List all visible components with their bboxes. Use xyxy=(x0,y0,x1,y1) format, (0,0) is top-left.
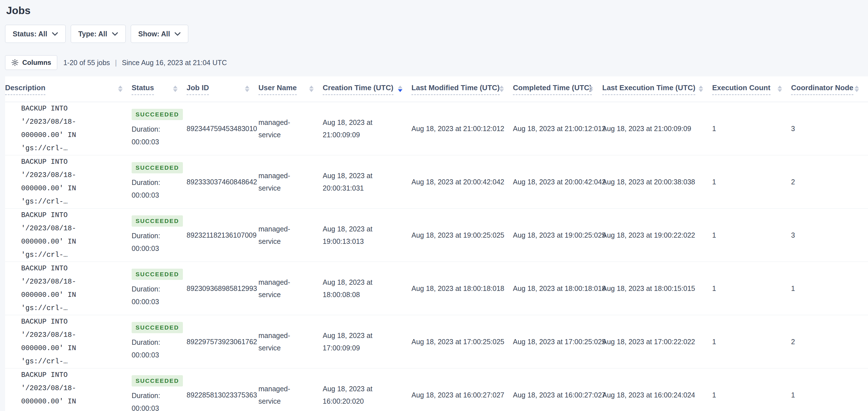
gear-icon xyxy=(11,59,19,66)
column-header-label: Coordinator Node xyxy=(791,83,854,95)
duration: Duration: 00:00:03 xyxy=(132,176,178,202)
duration: Duration: 00:00:03 xyxy=(132,336,178,361)
job-description-link[interactable]: BACKUP INTO '/2023/08/18- 000000.00' IN … xyxy=(21,155,123,208)
status-badge: SUCCEEDED xyxy=(132,375,183,386)
duration: Duration: 00:00:03 xyxy=(132,123,178,148)
sort-asc-icon xyxy=(499,86,504,89)
filter-dropdown-type[interactable]: Type: All xyxy=(71,25,126,43)
sort-desc-icon xyxy=(778,89,782,92)
filter-label: Type: All xyxy=(79,30,107,38)
sort-icons[interactable] xyxy=(118,86,123,92)
column-header-execution-count[interactable]: Execution Count xyxy=(712,77,791,102)
table-row: BACKUP INTO '/2023/08/18- 000000.00' IN … xyxy=(5,262,868,315)
cell-execution-count: 1 xyxy=(712,315,791,369)
filter-dropdown-status[interactable]: Status: All xyxy=(5,25,66,43)
cell-completed-time: Aug 18, 2023 at 19:00:25:025 xyxy=(513,209,602,262)
sort-asc-icon xyxy=(699,86,703,89)
column-header-completed-time-utc[interactable]: Completed Time (UTC) xyxy=(513,77,602,102)
sort-asc-icon xyxy=(118,86,123,89)
cell-coordinator-node: 2 xyxy=(791,155,868,209)
sort-desc-icon xyxy=(309,89,314,92)
cell-job-id: 892297573923061762 xyxy=(187,315,258,369)
filter-dropdown-show[interactable]: Show: All xyxy=(131,25,189,43)
toolbar-separator: | xyxy=(115,59,117,67)
job-description-link[interactable]: BACKUP INTO '/2023/08/18- 000000.00' IN … xyxy=(21,315,123,368)
status-badge: SUCCEEDED xyxy=(132,269,183,280)
cell-job-id: 892309368985812993 xyxy=(187,262,258,315)
job-description-link[interactable]: BACKUP INTO '/2023/08/18- 000000.00' IN … xyxy=(21,369,123,411)
filter-label: Show: All xyxy=(138,30,170,38)
job-description-link[interactable]: BACKUP INTO '/2023/08/18- 000000.00' IN … xyxy=(21,209,123,262)
column-header-label: Completed Time (UTC) xyxy=(513,83,592,95)
column-header-label: Execution Count xyxy=(712,83,771,95)
sort-icons[interactable] xyxy=(245,86,249,92)
column-header-last-execution-time-utc[interactable]: Last Execution Time (UTC) xyxy=(602,77,712,102)
column-header-label: Creation Time (UTC) xyxy=(323,83,394,95)
sort-icons[interactable] xyxy=(778,86,782,92)
cell-status: SUCCEEDED Duration: 00:00:03 xyxy=(132,262,187,315)
job-description-link[interactable]: BACKUP INTO '/2023/08/18- 000000.00' IN … xyxy=(21,262,123,315)
cell-status: SUCCEEDED Duration: 00:00:03 xyxy=(132,209,187,262)
sort-icons[interactable] xyxy=(589,86,593,92)
cell-last-modified-time: Aug 18, 2023 at 21:00:12:012 xyxy=(411,102,513,155)
column-header-last-modified-time-utc[interactable]: Last Modified Time (UTC) xyxy=(411,77,513,102)
chevron-down-icon xyxy=(52,32,58,36)
sort-asc-icon xyxy=(398,86,402,89)
duration: Duration: 00:00:03 xyxy=(132,283,178,308)
sort-icons[interactable] xyxy=(173,86,178,92)
table-body: BACKUP INTO '/2023/08/18- 000000.00' IN … xyxy=(5,102,868,411)
status-badge: SUCCEEDED xyxy=(132,109,183,120)
cell-execution-count: 1 xyxy=(712,209,791,262)
column-header-creation-time-utc[interactable]: Creation Time (UTC) xyxy=(323,77,411,102)
cell-user-name: managed-service xyxy=(258,262,323,315)
duration-label: Duration: xyxy=(132,230,178,242)
cell-user-name: managed-service xyxy=(258,315,323,369)
sort-icons[interactable] xyxy=(398,86,402,92)
duration: Duration: 00:00:03 xyxy=(132,230,178,255)
column-header-coordinator-node[interactable]: Coordinator Node xyxy=(791,77,868,102)
sort-icons[interactable] xyxy=(699,86,703,92)
column-header-job-id[interactable]: Job ID xyxy=(187,77,258,102)
duration-label: Duration: xyxy=(132,336,178,349)
sort-asc-icon xyxy=(589,86,593,89)
cell-completed-time: Aug 18, 2023 at 21:00:12:012 xyxy=(513,102,602,155)
cell-execution-count: 1 xyxy=(712,262,791,315)
cell-job-id: 892285813023375363 xyxy=(187,369,258,411)
sort-icons[interactable] xyxy=(309,86,314,92)
table-row: BACKUP INTO '/2023/08/18- 000000.00' IN … xyxy=(5,155,868,209)
cell-description: BACKUP INTO '/2023/08/18- 000000.00' IN … xyxy=(5,155,132,209)
cell-description: BACKUP INTO '/2023/08/18- 000000.00' IN … xyxy=(5,102,132,155)
column-header-description[interactable]: Description xyxy=(5,77,132,102)
column-header-label: User Name xyxy=(258,83,297,95)
jobs-page: Jobs Status: All Type: All Show: All Col… xyxy=(0,0,868,411)
cell-last-execution-time: Aug 18, 2023 at 16:00:24:024 xyxy=(602,369,712,411)
column-header-label: Description xyxy=(5,83,45,95)
sort-icons[interactable] xyxy=(499,86,504,92)
job-description-link[interactable]: BACKUP INTO '/2023/08/18- 000000.00' IN … xyxy=(21,102,123,155)
column-header-label: Job ID xyxy=(187,83,209,95)
cell-status: SUCCEEDED Duration: 00:00:03 xyxy=(132,369,187,411)
column-header-status[interactable]: Status xyxy=(132,77,187,102)
cell-last-execution-time: Aug 18, 2023 at 20:00:38:038 xyxy=(602,155,712,209)
page-title: Jobs xyxy=(5,0,868,17)
column-header-user-name[interactable]: User Name xyxy=(258,77,323,102)
sort-desc-icon xyxy=(499,89,504,92)
cell-coordinator-node: 3 xyxy=(791,209,868,262)
cell-coordinator-node: 1 xyxy=(791,369,868,411)
cell-user-name: managed-service xyxy=(258,155,323,209)
cell-job-id: 892344759453483010 xyxy=(187,102,258,155)
cell-last-execution-time: Aug 18, 2023 at 19:00:22:022 xyxy=(602,209,712,262)
cell-job-id: 892333037460848642 xyxy=(187,155,258,209)
cell-description: BACKUP INTO '/2023/08/18- 000000.00' IN … xyxy=(5,209,132,262)
cell-last-modified-time: Aug 18, 2023 at 18:00:18:018 xyxy=(411,262,513,315)
duration: Duration: 00:00:03 xyxy=(132,389,178,411)
filter-label: Status: All xyxy=(13,30,48,38)
sort-desc-icon xyxy=(855,89,859,92)
sort-icons[interactable] xyxy=(855,86,859,92)
columns-button[interactable]: Columns xyxy=(5,55,57,70)
cell-creation-time: Aug 18, 2023 at 20:00:31:031 xyxy=(323,155,411,209)
cell-last-modified-time: Aug 18, 2023 at 16:00:27:027 xyxy=(411,369,513,411)
cell-description: BACKUP INTO '/2023/08/18- 000000.00' IN … xyxy=(5,369,132,411)
sort-asc-icon xyxy=(173,86,178,89)
cell-coordinator-node: 3 xyxy=(791,102,868,155)
